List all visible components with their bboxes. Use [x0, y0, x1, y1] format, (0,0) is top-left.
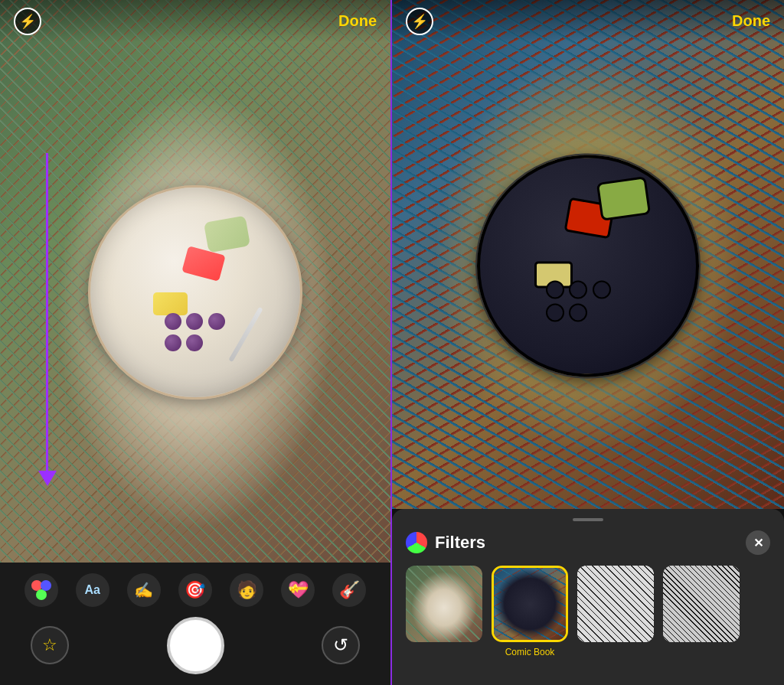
filter-item-sketch1[interactable]: [577, 566, 654, 657]
text-icon: Aa: [84, 583, 100, 597]
filter-thumb-inner-comic: [494, 568, 566, 640]
flash-button-right[interactable]: ⚡: [406, 8, 433, 35]
filters-title-row: Filters: [406, 532, 485, 553]
comic-grape-1: [546, 281, 564, 299]
left-panel: ⚡ Done: [0, 0, 392, 685]
left-photo-background: [0, 0, 390, 563]
arrow-indicator: [46, 153, 48, 475]
filter-item-sketch2[interactable]: [663, 566, 740, 657]
fruit-grapes-left: [164, 312, 226, 355]
text-button[interactable]: Aa: [76, 573, 109, 607]
effects-button[interactable]: 🎯: [178, 573, 212, 607]
grape-5: [186, 334, 203, 351]
flash-icon-left: ⚡: [19, 13, 36, 30]
filter-thumb-inner-sketch1: [577, 566, 654, 642]
plate-left: [88, 185, 302, 400]
shutter-button[interactable]: [167, 617, 224, 674]
fork-left: [228, 307, 263, 362]
rotate-button[interactable]: ↺: [322, 626, 360, 664]
sticker-button[interactable]: 💝: [281, 573, 315, 607]
colors-icon-button[interactable]: [24, 573, 58, 607]
comic-grape-3: [593, 281, 611, 299]
music-icon: 🎸: [339, 580, 360, 600]
filter-item-comic-book[interactable]: Comic Book: [492, 566, 568, 657]
filters-panel: Filters ✕ Comic Book: [392, 509, 784, 685]
filter-thumb-inner-sketch2: [663, 566, 740, 642]
comic-grapes: [545, 280, 612, 326]
fruit-melon-left: [204, 215, 250, 253]
right-photo-background: [392, 0, 784, 509]
filters-close-button[interactable]: ✕: [746, 530, 770, 555]
colors-blue-dot: [41, 580, 51, 591]
drag-indicator: [573, 518, 603, 521]
filter-thumb-sketch1[interactable]: [577, 566, 654, 642]
done-button-left[interactable]: Done: [338, 12, 377, 30]
filters-title: Filters: [435, 533, 485, 553]
filter-thumb-original[interactable]: [406, 566, 482, 642]
comic-grape-5: [569, 304, 587, 322]
music-button[interactable]: 🎸: [332, 573, 366, 607]
toolbar-icons-row: Aa ✍ 🎯 🧑 💝 🎸: [0, 573, 390, 607]
grape-1: [165, 313, 181, 330]
comic-grape-4: [546, 304, 564, 322]
handwriting-button[interactable]: ✍: [127, 573, 161, 607]
grape-2: [186, 313, 203, 330]
left-photo-area: [0, 0, 390, 563]
rotate-icon: ↺: [333, 634, 348, 656]
close-icon: ✕: [753, 536, 763, 550]
left-bottom-toolbar: Aa ✍ 🎯 🧑 💝 🎸 ☆ ↺: [0, 563, 390, 685]
effects-icon: 🎯: [185, 580, 205, 600]
right-panel: ⚡ Done: [392, 0, 784, 685]
grape-3: [208, 313, 225, 330]
plate-right: [477, 155, 699, 377]
star-button[interactable]: ☆: [31, 626, 69, 664]
filter-thumb-inner-original: [406, 566, 482, 642]
flash-button-left[interactable]: ⚡: [14, 8, 41, 35]
filters-header: Filters ✕: [406, 530, 770, 555]
star-icon: ☆: [42, 635, 57, 655]
filter-item-original[interactable]: [406, 566, 482, 657]
left-top-bar: ⚡ Done: [0, 0, 390, 42]
comic-melon: [596, 176, 651, 221]
grape-4: [165, 334, 181, 351]
avatar-icon: 🧑: [237, 580, 257, 600]
handwriting-icon: ✍: [134, 581, 153, 599]
filters-dots-icon: [406, 532, 427, 553]
filter-scroll-row[interactable]: Comic Book: [406, 566, 770, 664]
toolbar-bottom-row: ☆ ↺: [0, 617, 390, 674]
right-photo-area: [392, 0, 784, 509]
right-top-bar: ⚡ Done: [392, 0, 784, 42]
sticker-icon: 💝: [288, 580, 309, 600]
filter-thumb-comic[interactable]: [492, 566, 568, 642]
flash-icon-right: ⚡: [411, 13, 428, 30]
filter-label-comic: Comic Book: [505, 647, 555, 657]
comic-grape-2: [569, 281, 587, 299]
avatar-button[interactable]: 🧑: [230, 573, 263, 607]
done-button-right[interactable]: Done: [732, 12, 770, 30]
filter-thumb-sketch2[interactable]: [663, 566, 740, 642]
